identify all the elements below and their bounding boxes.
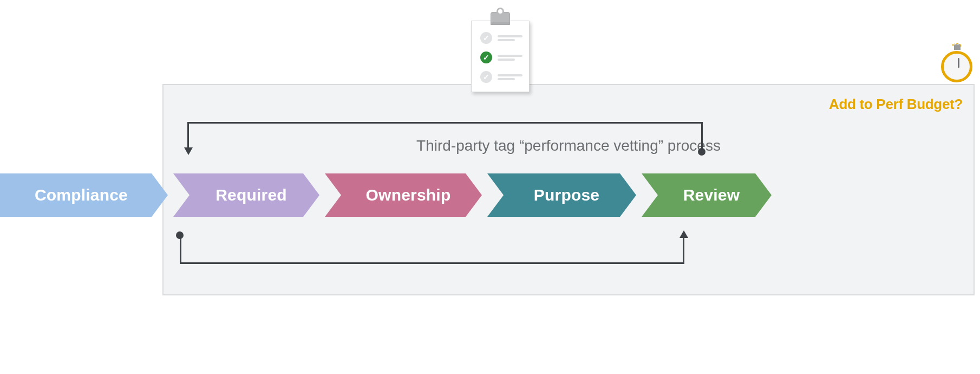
panel-title: Third-party tag “performance vetting” pr… bbox=[164, 137, 974, 154]
loop-top-arrowhead bbox=[184, 147, 193, 155]
stopwatch-face bbox=[941, 51, 972, 82]
check-off-icon: ✓ bbox=[480, 71, 492, 83]
loop-top-line bbox=[187, 122, 703, 124]
step-review: Review bbox=[642, 173, 772, 217]
loop-top-dot bbox=[698, 148, 705, 156]
clipboard-row: ✓ bbox=[480, 50, 522, 65]
check-on-icon: ✓ bbox=[480, 51, 492, 63]
loop-bottom-arrowhead bbox=[680, 230, 688, 238]
step-label: Purpose bbox=[519, 186, 605, 204]
step-label: Compliance bbox=[35, 186, 133, 204]
step-ownership: Ownership bbox=[325, 173, 482, 217]
clipboard-row: ✓ bbox=[480, 70, 522, 84]
step-label: Review bbox=[668, 186, 746, 204]
clipboard-ring bbox=[496, 8, 504, 15]
process-steps: Compliance Required Ownership Purpose Re… bbox=[0, 173, 975, 217]
clipboard-icon: ✓ ✓ ✓ bbox=[468, 10, 533, 94]
clipboard-bars bbox=[498, 73, 522, 82]
stopwatch-icon: < 5s bbox=[941, 44, 975, 82]
loop-bottom-line bbox=[180, 262, 684, 264]
clipboard-bars bbox=[498, 53, 522, 62]
perf-budget-label: Add to Perf Budget? bbox=[829, 96, 963, 113]
stopwatch-button bbox=[954, 44, 961, 50]
step-purpose: Purpose bbox=[487, 173, 636, 217]
loop-top-right-vert bbox=[701, 122, 703, 152]
step-label: Ownership bbox=[351, 186, 456, 204]
loop-bottom-dot bbox=[176, 231, 184, 239]
step-label: Required bbox=[200, 186, 292, 204]
clipboard-bars bbox=[498, 34, 522, 43]
loop-top-left-vert bbox=[187, 122, 189, 149]
step-required: Required bbox=[173, 173, 319, 217]
clipboard-sheet: ✓ ✓ ✓ bbox=[471, 21, 530, 92]
step-compliance: Compliance bbox=[0, 173, 168, 217]
clipboard-row: ✓ bbox=[480, 31, 522, 45]
loop-bottom-right-vert bbox=[683, 237, 684, 264]
check-off-icon: ✓ bbox=[480, 32, 492, 44]
